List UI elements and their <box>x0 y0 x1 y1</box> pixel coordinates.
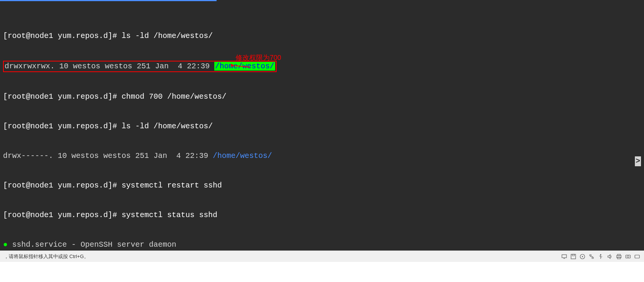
terminal-line: [root@node1 yum.repos.d]# ls -ld /home/w… <box>3 31 641 41</box>
svg-point-14 <box>600 254 601 255</box>
prompt: [root@node1 yum.repos.d]# <box>3 92 122 101</box>
terminal-window[interactable]: [root@node1 yum.repos.d]# ls -ld /home/w… <box>0 0 644 250</box>
terminal-line: [root@node1 yum.repos.d]# systemctl rest… <box>3 181 641 191</box>
command: ls -ld /home/westos/ <box>122 122 213 131</box>
sound-icon[interactable] <box>607 254 613 260</box>
terminal-line-highlighted: drwxrwxrwx. 10 westos westos 251 Jan 4 2… <box>3 61 641 72</box>
svg-rect-2 <box>562 255 566 258</box>
command: chmod 700 /home/westos/ <box>122 92 226 101</box>
svg-rect-4 <box>571 254 576 259</box>
svg-marker-17 <box>608 255 610 258</box>
svg-rect-9 <box>592 257 593 258</box>
terminal-line: [root@node1 yum.repos.d]# ls -ld /home/w… <box>3 121 641 131</box>
prompt: [root@node1 yum.repos.d]# <box>3 32 122 40</box>
floppy-icon[interactable] <box>570 254 576 260</box>
red-highlight-box: drwxrwxrwx. 10 westos westos 251 Jan 4 2… <box>3 61 277 72</box>
printer-icon[interactable] <box>616 254 622 260</box>
control-icon[interactable] <box>634 254 640 260</box>
network-icon[interactable] <box>589 254 595 260</box>
terminal-line: [root@node1 yum.repos.d]# systemctl stat… <box>3 210 641 220</box>
camera-icon[interactable] <box>625 254 631 260</box>
path: /home/westos/ <box>213 151 272 160</box>
disc-icon[interactable] <box>579 254 585 260</box>
ls-output: drwx------. 10 westos westos 251 Jan 4 2… <box>3 151 213 160</box>
command: systemctl restart sshd <box>122 181 222 190</box>
vm-statusbar: ，请将鼠标指针移入其中或按 Ctrl+G。 <box>0 250 644 262</box>
statusbar-text: ，请将鼠标指针移入其中或按 Ctrl+G。 <box>4 252 89 262</box>
monitor-icon[interactable] <box>561 254 567 260</box>
top-selection-border <box>0 0 217 1</box>
ls-output: drwxrwxrwx. 10 westos westos 251 Jan 4 2… <box>5 62 214 71</box>
svg-point-22 <box>627 255 629 257</box>
service-name: sshd.service - OpenSSH server daemon <box>8 240 176 249</box>
svg-rect-23 <box>635 255 639 258</box>
terminal-line: ● sshd.service - OpenSSH server daemon <box>3 240 641 250</box>
highlighted-path: /home/westos/ <box>214 62 275 71</box>
scroll-right-indicator: > <box>635 156 641 166</box>
terminal-line: drwx------. 10 westos westos 251 Jan 4 2… <box>3 151 641 161</box>
terminal-line: [root@node1 yum.repos.d]# chmod 700 /hom… <box>3 92 641 102</box>
statusbar-icons <box>561 254 640 260</box>
svg-rect-8 <box>590 255 591 256</box>
svg-point-7 <box>582 256 583 257</box>
prompt: [root@node1 yum.repos.d]# <box>3 211 122 219</box>
usb-icon[interactable] <box>598 254 604 260</box>
status-dot-icon: ● <box>3 240 8 250</box>
prompt: [root@node1 yum.repos.d]# <box>3 181 122 190</box>
prompt: [root@node1 yum.repos.d]# <box>3 122 122 131</box>
command: ls -ld /home/westos/ <box>122 32 213 40</box>
command: systemctl status sshd <box>122 211 217 219</box>
